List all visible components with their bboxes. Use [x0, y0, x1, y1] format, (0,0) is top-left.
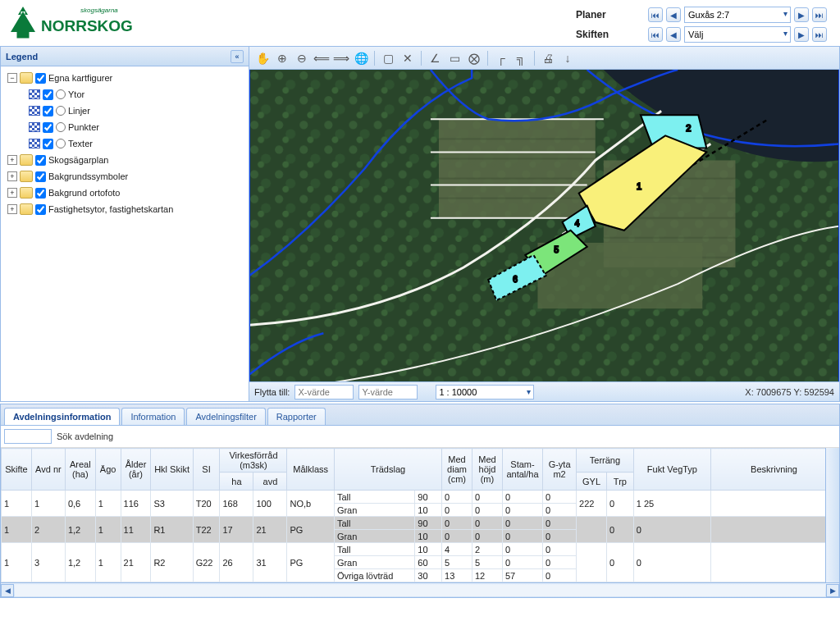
toolbar-button[interactable]: ✕: [399, 50, 416, 66]
tree-node[interactable]: −Egna kartfigurer: [4, 70, 245, 86]
tree-node[interactable]: Linjer: [4, 103, 245, 119]
x-input[interactable]: [294, 385, 354, 399]
column-header[interactable]: Fukt VegTyp: [633, 449, 710, 491]
skiften-select[interactable]: [684, 26, 791, 43]
legend-title: Legend: [6, 52, 38, 62]
layer-checkbox[interactable]: [35, 188, 46, 199]
flytta-label: Flytta till:: [254, 387, 290, 397]
toolbar-button[interactable]: ⨂: [466, 50, 482, 66]
toolbar-button[interactable]: ⊖: [294, 50, 310, 66]
toolbar-button[interactable]: ∠: [427, 50, 443, 66]
tab[interactable]: Avdelningsfilter: [186, 408, 265, 425]
tree-label: Bakgrund ortofoto: [48, 188, 120, 198]
column-header[interactable]: Terräng: [577, 449, 634, 472]
column-header[interactable]: Hkl Skikt: [151, 449, 193, 491]
expand-icon[interactable]: +: [7, 204, 17, 214]
tree-node[interactable]: Punkter: [4, 119, 245, 135]
column-header[interactable]: G-yta m2: [543, 449, 577, 491]
layer-checkbox[interactable]: [43, 139, 53, 149]
layer-checkbox[interactable]: [43, 106, 53, 116]
search-input[interactable]: [4, 429, 52, 444]
tree-node[interactable]: +Bakgrund ortofoto: [4, 185, 245, 201]
column-header[interactable]: Skifte: [2, 449, 32, 491]
column-header[interactable]: ha: [220, 472, 253, 491]
tree-node[interactable]: +Fastighetsytor, fastighetskartan: [4, 201, 245, 217]
column-header[interactable]: Areal (ha): [65, 449, 95, 491]
skiften-first-button[interactable]: ⏮: [648, 27, 663, 42]
tree-node[interactable]: +Skogsägarplan: [4, 152, 245, 168]
layer-checkbox[interactable]: [35, 73, 46, 84]
table-row[interactable]: 110,61116S3T20168100NO,bTall90000022201 …: [2, 491, 838, 504]
layer-radio[interactable]: [56, 139, 66, 148]
scroll-left-icon[interactable]: ◀: [1, 584, 14, 597]
column-header[interactable]: Med höjd (m): [472, 449, 502, 491]
y-input[interactable]: [358, 385, 418, 399]
layer-checkbox[interactable]: [43, 122, 53, 133]
toolbar-button[interactable]: ▭: [446, 50, 463, 66]
skiften-label: Skiften: [571, 29, 645, 40]
tree-node[interactable]: +Bakgrundssymboler: [4, 168, 245, 185]
tab[interactable]: Avdelningsinformation: [4, 408, 120, 425]
layer-radio[interactable]: [56, 89, 66, 99]
planer-first-button[interactable]: ⏮: [648, 7, 663, 22]
planer-next-button[interactable]: ▶: [794, 7, 809, 22]
expand-icon[interactable]: +: [7, 155, 17, 165]
column-header[interactable]: SI: [193, 449, 220, 491]
toolbar-button[interactable]: ▢: [380, 50, 396, 66]
coords-readout: X: 7009675 Y: 592594: [745, 387, 834, 397]
tree-node[interactable]: Texter: [4, 135, 245, 152]
toolbar-button[interactable]: ⊕: [274, 50, 290, 66]
column-header[interactable]: Trp: [606, 472, 633, 491]
toolbar-button[interactable]: 🌐: [353, 50, 369, 66]
column-header[interactable]: Ålder (år): [121, 449, 151, 491]
table-row[interactable]: 121,2111R1T221721PGTall90000000: [2, 517, 838, 530]
column-header[interactable]: Ägo: [95, 449, 121, 491]
column-header[interactable]: Med diam (cm): [442, 449, 472, 491]
column-header[interactable]: Trädslag: [334, 449, 441, 491]
column-header[interactable]: Beskrivning: [711, 449, 838, 491]
column-header[interactable]: avd: [253, 472, 287, 491]
tree-node[interactable]: Ytor: [4, 86, 245, 103]
layer-checkbox[interactable]: [35, 155, 46, 166]
planer-select[interactable]: [684, 7, 791, 23]
planer-last-button[interactable]: ⏭: [812, 7, 827, 22]
tree-label: Fastighetsytor, fastighetskartan: [48, 204, 173, 214]
toolbar-button[interactable]: ┌: [493, 50, 509, 66]
layer-checkbox[interactable]: [35, 171, 46, 182]
expand-icon[interactable]: +: [7, 188, 17, 198]
skiften-prev-button[interactable]: ◀: [666, 27, 681, 42]
column-header[interactable]: GYL: [577, 472, 607, 491]
svg-text:6: 6: [513, 275, 518, 284]
svg-text:1: 1: [637, 181, 641, 191]
toolbar-button[interactable]: ⟸: [313, 50, 330, 66]
toolbar-button[interactable]: ✋: [254, 50, 271, 66]
column-header[interactable]: Stam-antal/ha: [502, 449, 542, 491]
skiften-next-button[interactable]: ▶: [794, 27, 809, 42]
toolbar-button[interactable]: 🖨: [540, 50, 556, 66]
column-header[interactable]: Målklass: [287, 449, 334, 491]
table-row[interactable]: 131,2121R2G222631PGTall10420000: [2, 543, 838, 556]
tab[interactable]: Information: [121, 408, 185, 425]
toolbar-button[interactable]: ⟹: [333, 50, 349, 66]
tree-label: Skogsägarplan: [48, 155, 108, 165]
vertical-scrollbar[interactable]: [825, 448, 839, 582]
collapse-left-icon[interactable]: «: [231, 50, 244, 63]
layer-checkbox[interactable]: [43, 89, 53, 100]
column-header[interactable]: Avd nr: [31, 449, 65, 491]
svg-text:5: 5: [555, 245, 559, 254]
map-canvas[interactable]: 2 1 4 5 6: [249, 70, 839, 381]
scroll-right-icon[interactable]: ▶: [826, 584, 839, 597]
column-header[interactable]: Virkesförråd (m3sk): [220, 449, 287, 472]
planer-prev-button[interactable]: ◀: [666, 7, 681, 22]
toolbar-button[interactable]: ╗: [513, 50, 529, 66]
horizontal-scrollbar[interactable]: ◀ ▶: [1, 582, 839, 597]
expand-icon[interactable]: −: [7, 73, 17, 83]
toolbar-button[interactable]: ↓: [559, 50, 576, 66]
expand-icon[interactable]: +: [7, 171, 17, 181]
layer-checkbox[interactable]: [35, 204, 46, 215]
tab[interactable]: Rapporter: [267, 408, 326, 425]
scale-select[interactable]: [436, 385, 534, 399]
layer-radio[interactable]: [56, 106, 66, 116]
layer-radio[interactable]: [56, 122, 66, 132]
skiften-last-button[interactable]: ⏭: [812, 27, 827, 42]
